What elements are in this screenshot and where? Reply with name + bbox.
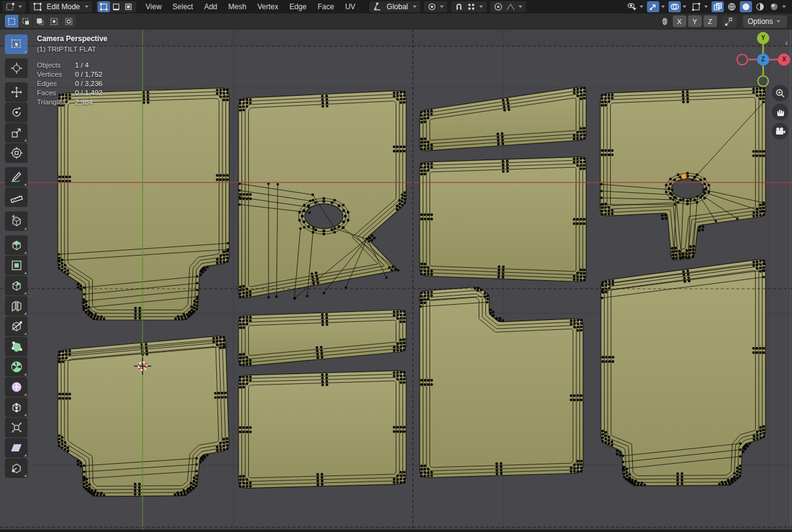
tool-smooth[interactable] [5,377,28,397]
select-intersect-button[interactable] [61,15,76,28]
menu-edge[interactable]: Edge [284,0,312,14]
tool-measure[interactable] [5,187,28,207]
collapse-sidebar-arrow[interactable]: ‹ [785,38,788,47]
subtool-indicator [24,312,26,315]
show-object-types-icon[interactable] [625,1,638,12]
tool-add-cube[interactable] [5,211,28,231]
svg-text:X: X [782,56,786,63]
svg-text:Z: Z [761,56,765,63]
zoom-view-button[interactable] [772,85,788,101]
orientation-axes-icon [371,1,383,12]
snap-target-icon[interactable] [465,1,477,12]
mirror-icon[interactable] [659,16,671,27]
menu-face[interactable]: Face [312,0,340,14]
mirror-axis-x-button[interactable]: X [673,15,686,27]
tool-shrink-fatten[interactable] [5,418,28,437]
snap-options-icon[interactable] [722,16,737,27]
tool-rip-region[interactable] [5,458,28,478]
tool-poly-build[interactable] [5,337,28,356]
stat-value: 1 / 4 [75,60,103,69]
options-dropdown[interactable]: Options [743,15,787,28]
region-edge [790,29,791,530]
camera-view-button[interactable] [772,123,788,139]
viewport-canvas[interactable] [0,0,792,532]
tool-edge-slide[interactable] [5,397,28,417]
panel-bottom-right[interactable] [601,260,766,486]
mirror-axis-z-button[interactable]: Z [704,15,717,27]
select-subtract-button[interactable] [33,15,47,28]
proportional-edit-group [490,1,526,12]
tool-bevel[interactable] [5,276,28,295]
tool-scale[interactable] [5,123,28,143]
panel-col3-mid[interactable] [420,157,586,281]
edge-select-mode-icon[interactable] [110,1,122,12]
pivot-point-dropdown[interactable] [424,1,447,12]
stat-row: Triangles2,984 [37,97,103,106]
viewport-hud: Camera Perspective (1) TRIPTILT FLAT Obj… [37,34,108,106]
mirror-axis-y-button[interactable]: Y [688,15,702,27]
tool-spin[interactable] [5,357,28,377]
navigation-gizmo[interactable]: YXZ [732,29,792,90]
mirror-axis-buttons: XYZ [671,15,717,27]
subtool-indicator [24,373,26,375]
gizmo-axis-y-positive[interactable]: Y [757,32,769,44]
tool-shear[interactable] [5,438,28,458]
shading-solid-icon[interactable] [740,1,752,12]
proportional-edit-icon[interactable] [492,1,504,12]
panel-mid-bottom[interactable] [238,370,406,488]
gizmo-axis-x-negative[interactable] [737,55,748,65]
tool-shelf [5,34,28,479]
mesh-edit-options-icon[interactable] [690,1,702,12]
select-extend-button[interactable] [19,15,33,28]
tool-loop-cut[interactable] [5,296,28,316]
tool-extrude-region[interactable] [5,235,28,255]
show-overlays-icon[interactable] [668,1,681,12]
tool-inset-faces[interactable] [5,256,28,275]
menu-add[interactable]: Add [198,0,222,14]
gizmo-axis-y-negative[interactable] [758,76,769,87]
tool-transform[interactable] [5,143,28,163]
menu-mesh[interactable]: Mesh [223,0,252,14]
menu-uv[interactable]: UV [340,0,361,14]
tool-rotate[interactable] [5,103,28,122]
chevron-down-icon [640,6,643,8]
tool-select-box[interactable] [5,34,28,54]
toggle-xray-icon[interactable] [712,1,724,12]
shading-rendered-icon[interactable] [768,1,780,12]
select-invert-button[interactable] [47,15,61,28]
menu-select[interactable]: Select [167,0,198,14]
vertex-select-mode-icon[interactable] [98,1,110,12]
panel-mid-complex[interactable] [238,91,406,299]
subtool-indicator [24,139,26,141]
gizmo-axis-x-positive[interactable]: X [778,53,790,66]
chevron-down-icon [704,6,708,8]
snap-magnet-icon[interactable] [453,1,465,12]
subtool-indicator [24,251,26,254]
tool-annotate[interactable] [5,167,28,187]
snap-group [451,1,487,12]
editor-type-selector[interactable] [2,1,26,12]
shading-wireframe-icon[interactable] [726,1,738,12]
menu-view[interactable]: View [140,0,167,14]
select-set-button[interactable] [5,15,19,28]
options-label: Options [748,17,773,26]
tool-move[interactable] [5,82,28,102]
transform-orientation-dropdown[interactable]: Global [369,1,420,12]
shading-material-icon[interactable] [754,1,766,12]
stat-row: Objects1 / 4 [37,60,103,69]
mode-dropdown[interactable]: Edit Mode [29,1,92,12]
falloff-curve-icon[interactable] [504,1,517,12]
subtool-indicator [24,183,26,186]
stat-label: Vertices [37,69,75,79]
tool-knife[interactable] [5,316,28,336]
pan-view-button[interactable] [772,104,788,120]
chevron-down-icon [777,20,780,23]
stat-row: Vertices0 / 1,752 [37,69,103,79]
show-gizmos-icon[interactable] [647,1,659,12]
face-select-mode-icon[interactable] [122,1,135,12]
menu-vertex[interactable]: Vertex [252,0,284,14]
gizmo-axis-z[interactable]: Z [757,53,769,66]
menu-bar: ViewSelectAddMeshVertexEdgeFaceUV [140,0,361,14]
view-name: Camera Perspective [37,34,108,43]
tool-cursor[interactable] [5,58,28,78]
